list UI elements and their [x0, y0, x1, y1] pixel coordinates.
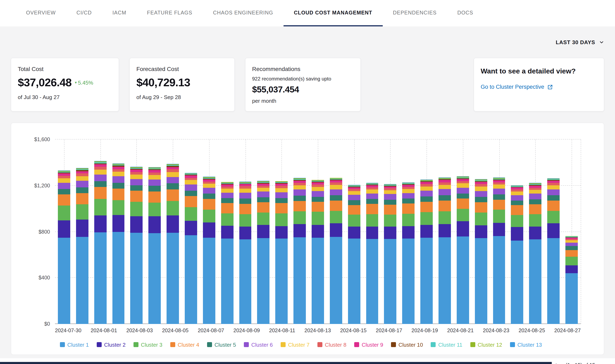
bar-segment-cluster-5[interactable] [239, 198, 252, 204]
bar-segment-cluster-7[interactable] [366, 190, 378, 194]
bar-segment-cluster-1[interactable] [402, 238, 415, 324]
bar-segment-cluster-3[interactable] [547, 211, 560, 223]
bar-segment-cluster-4[interactable] [312, 202, 324, 212]
bar-segment-cluster-9[interactable] [511, 188, 523, 189]
legend-item-cluster-10[interactable]: Cluster 10 [391, 341, 423, 348]
bar-segment-cluster-2[interactable] [348, 226, 360, 238]
bar-segment-cluster-8[interactable] [565, 239, 578, 240]
bar-segment-cluster-8[interactable] [185, 178, 197, 180]
bar-segment-cluster-6[interactable] [185, 184, 197, 190]
bar-segment-cluster-2[interactable] [149, 216, 161, 233]
tab-docs[interactable]: DOCS [447, 0, 484, 26]
bar-segment-cluster-2[interactable] [185, 221, 197, 235]
bar-segment-cluster-6[interactable] [76, 181, 88, 187]
bar-segment-cluster-4[interactable] [420, 202, 433, 212]
bar-segment-cluster-7[interactable] [547, 185, 560, 189]
bar-segment-cluster-9[interactable] [130, 170, 143, 172]
bar-segment-cluster-5[interactable] [511, 200, 523, 205]
bar-segment-cluster-9[interactable] [276, 184, 288, 186]
bar-segment-cluster-2[interactable] [438, 224, 451, 237]
bar-segment-cluster-4[interactable] [76, 193, 88, 204]
bar-segment-cluster-5[interactable] [402, 198, 415, 204]
bar-segment-cluster-2[interactable] [130, 216, 143, 233]
bar-segment-cluster-3[interactable] [185, 207, 197, 221]
bar-segment-cluster-5[interactable] [420, 196, 433, 202]
bar-segment-cluster-7[interactable] [475, 187, 487, 191]
bar-segment-cluster-3[interactable] [294, 211, 306, 224]
tab-cloud-cost-management[interactable]: CLOUD COST MANAGEMENT [283, 0, 382, 26]
bar-segment-cluster-9[interactable] [547, 181, 560, 183]
bar-segment-cluster-1[interactable] [58, 238, 70, 324]
bar-segment-cluster-4[interactable] [366, 204, 378, 214]
bar-segment-cluster-3[interactable] [529, 214, 542, 226]
bar-segment-cluster-4[interactable] [58, 194, 70, 206]
bar-segment-cluster-5[interactable] [167, 183, 179, 189]
bar-segment-cluster-6[interactable] [511, 195, 523, 200]
bar-segment-cluster-4[interactable] [457, 198, 469, 209]
bar-segment-cluster-2[interactable] [257, 225, 270, 238]
bar-segment-cluster-5[interactable] [276, 198, 288, 203]
bar-segment-cluster-3[interactable] [221, 213, 233, 226]
bar-segment-cluster-3[interactable] [203, 210, 215, 223]
bar-segment-cluster-8[interactable] [529, 188, 542, 190]
bar-segment-cluster-8[interactable] [366, 187, 378, 190]
bar-segment-cluster-6[interactable] [402, 193, 415, 198]
tab-ci-cd[interactable]: CI/CD [66, 0, 102, 26]
bar-segment-cluster-9[interactable] [366, 185, 378, 187]
bar-segment-cluster-3[interactable] [511, 215, 523, 227]
bar-segment-cluster-9[interactable] [438, 180, 451, 182]
bar-segment-cluster-6[interactable] [366, 194, 378, 199]
bar-segment-cluster-9[interactable] [402, 185, 415, 187]
bar-segment-cluster-2[interactable] [384, 227, 397, 239]
bar-segment-cluster-3[interactable] [58, 206, 70, 220]
bar-segment-cluster-6[interactable] [221, 193, 233, 198]
bar-segment-cluster-5[interactable] [94, 181, 106, 187]
bar-segment-cluster-3[interactable] [276, 214, 288, 226]
bar-segment-cluster-4[interactable] [167, 189, 179, 201]
legend-item-cluster-5[interactable]: Cluster 5 [207, 341, 236, 348]
bar-segment-cluster-3[interactable] [312, 212, 324, 225]
bar-segment-cluster-3[interactable] [112, 200, 125, 215]
bar-segment-cluster-7[interactable] [130, 175, 143, 179]
bar-segment-cluster-7[interactable] [348, 191, 360, 195]
bar-segment-cluster-6[interactable] [457, 188, 469, 193]
bar-segment-cluster-8[interactable] [203, 182, 215, 184]
tab-feature-flags[interactable]: FEATURE FLAGS [137, 0, 203, 26]
date-range-dropdown[interactable]: LAST 30 DAYS [556, 39, 604, 45]
bar-segment-cluster-1[interactable] [294, 237, 306, 324]
bar-segment-cluster-8[interactable] [167, 169, 179, 172]
bar-segment-cluster-4[interactable] [384, 205, 397, 214]
bar-segment-cluster-7[interactable] [76, 176, 88, 181]
bar-segment-cluster-1[interactable] [312, 238, 324, 324]
bar-segment-cluster-5[interactable] [348, 200, 360, 205]
bar-segment-cluster-4[interactable] [185, 196, 197, 207]
bar-segment-cluster-3[interactable] [330, 211, 342, 223]
bar-segment-cluster-2[interactable] [112, 215, 125, 232]
bar-segment-cluster-2[interactable] [529, 226, 542, 239]
tab-dependencies[interactable]: DEPENDENCIES [382, 0, 447, 26]
bar-segment-cluster-4[interactable] [493, 200, 505, 210]
bar-segment-cluster-7[interactable] [529, 190, 542, 194]
bar-segment-cluster-8[interactable] [547, 183, 560, 185]
bar-segment-cluster-7[interactable] [457, 183, 469, 188]
bar-segment-cluster-3[interactable] [475, 213, 487, 225]
bar-segment-cluster-6[interactable] [257, 192, 270, 197]
bar-segment-cluster-4[interactable] [547, 200, 560, 211]
legend-item-cluster-11[interactable]: Cluster 11 [431, 341, 462, 348]
bar-segment-cluster-1[interactable] [330, 237, 342, 324]
bar-segment-cluster-3[interactable] [402, 214, 415, 226]
bar-segment-cluster-1[interactable] [167, 233, 179, 324]
bar-segment-cluster-1[interactable] [149, 233, 161, 324]
bar-segment-cluster-7[interactable] [330, 185, 342, 189]
legend-item-cluster-13[interactable]: Cluster 13 [510, 341, 542, 348]
bar-segment-cluster-3[interactable] [149, 203, 161, 216]
bar-segment-cluster-2[interactable] [475, 225, 487, 238]
bar-segment-cluster-5[interactable] [130, 185, 143, 191]
bar-segment-cluster-5[interactable] [257, 197, 270, 202]
bar-segment-cluster-1[interactable] [457, 236, 469, 324]
bar-segment-cluster-9[interactable] [58, 173, 70, 176]
bar-segment-cluster-5[interactable] [221, 198, 233, 203]
bar-segment-cluster-4[interactable] [203, 199, 215, 209]
bar-segment-cluster-9[interactable] [239, 184, 252, 186]
bar-segment-cluster-6[interactable] [330, 189, 342, 195]
